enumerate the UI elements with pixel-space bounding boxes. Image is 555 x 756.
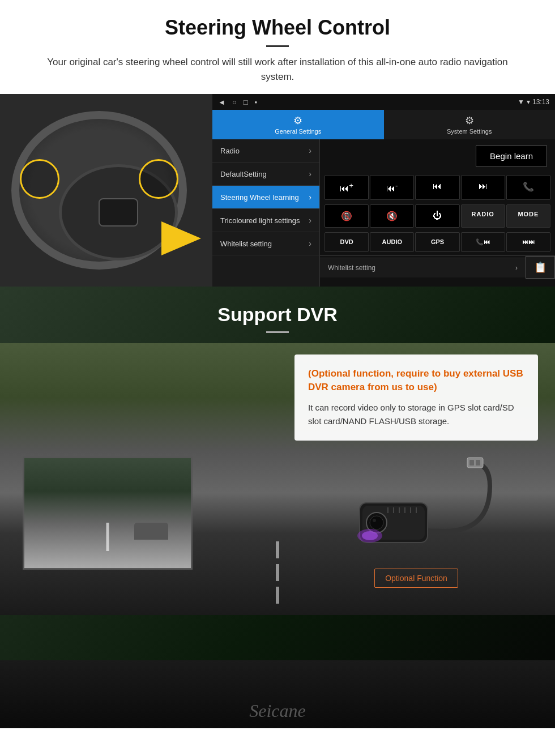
seicane-brand: Seicane (0, 701, 555, 721)
android-tabs: ⚙ General Settings ⚙ System Settings (212, 110, 555, 139)
begin-learn-row: Begin learn (320, 139, 555, 173)
whitelist-icon-btn[interactable]: 📋 (526, 256, 555, 279)
svg-point-7 (373, 519, 376, 522)
ctrl-phone-prev[interactable]: 📞⏮ (461, 232, 505, 252)
status-time: 13:13 (532, 98, 549, 106)
optional-function-button[interactable]: Optional Function (374, 569, 458, 588)
chevron-icon: › (309, 146, 311, 155)
ctrl-next-track[interactable]: ⏭ (461, 175, 505, 200)
dvr-camera-illustration (294, 452, 538, 554)
ctrl-vol-up[interactable]: ⏮+ (325, 175, 369, 200)
steering-circle-right (139, 159, 178, 199)
control-grid-row3: DVD AUDIO GPS 📞⏮ ⏭⏭ (320, 230, 555, 254)
menu-tricoloured-label: Tricoloured light settings (220, 216, 300, 225)
svg-point-9 (362, 531, 378, 540)
whitelist-label: Whitelist setting (328, 264, 375, 272)
menu-radio-label: Radio (220, 147, 240, 155)
android-content: Radio › DefaultSetting › Steering Wheel … (212, 139, 555, 287)
arrow-indicator (161, 219, 207, 253)
system-settings-icon: ⚙ (465, 114, 474, 127)
begin-learn-button[interactable]: Begin learn (476, 145, 547, 167)
ctrl-power[interactable]: ⏻ (415, 204, 459, 228)
chevron-icon: › (309, 239, 311, 248)
ctrl-mute[interactable]: 🔇 (370, 204, 414, 228)
menu-item-whitelist[interactable]: Whitelist setting › (212, 232, 319, 255)
chevron-icon: › (309, 169, 311, 178)
optional-btn-area: Optional Function (294, 559, 538, 588)
steering-description: Your original car's steering wheel contr… (34, 55, 521, 84)
car-silhouette (134, 523, 168, 540)
nav-home-icon[interactable]: ○ (232, 98, 237, 106)
arrow-shape (161, 221, 201, 255)
svg-point-6 (370, 516, 383, 529)
nav-recent-icon[interactable]: □ (244, 98, 248, 106)
nav-back-icon[interactable]: ◄ (218, 98, 225, 106)
general-settings-icon: ⚙ (293, 114, 302, 127)
dvr-footage-thumbnail (23, 456, 193, 570)
dvr-divider (266, 331, 289, 333)
svg-rect-2 (476, 460, 480, 465)
svg-rect-1 (469, 460, 474, 465)
dvr-optional-title: (Optional function, require to buy exter… (308, 367, 524, 394)
android-menu: Radio › DefaultSetting › Steering Wheel … (212, 139, 320, 287)
camera-svg (331, 452, 501, 554)
ctrl-gps[interactable]: GPS (415, 232, 459, 252)
ctrl-radio[interactable]: RADIO (461, 204, 505, 228)
steering-circle-left (20, 159, 59, 199)
ctrl-mode[interactable]: MODE (506, 204, 550, 228)
android-right-panel: Begin learn ⏮+ ⏮- ⏮ ⏭ 📞 📵 🔇 ⏻ (320, 139, 555, 287)
steering-section: Steering Wheel Control Your original car… (0, 0, 555, 287)
ctrl-dvd[interactable]: DVD (325, 232, 369, 252)
tab-system-label: System Settings (447, 128, 492, 135)
nav-menu-icon[interactable]: ▪ (255, 98, 258, 106)
menu-item-radio[interactable]: Radio › (212, 139, 319, 163)
android-statusbar: ◄ ○ □ ▪ ▼ ▾ 13:13 (212, 94, 555, 110)
section-divider (266, 45, 289, 47)
whitelist-chevron-icon: › (515, 264, 518, 272)
menu-defaultsetting-label: DefaultSetting (220, 170, 267, 178)
dvr-description-text: It can record video only to storage in G… (308, 401, 524, 428)
menu-item-defaultsetting[interactable]: DefaultSetting › (212, 163, 319, 186)
steering-mockup: ◄ ○ □ ▪ ▼ ▾ 13:13 ⚙ General Settings (0, 94, 555, 287)
whitelist-bottom-row: Whitelist setting › 📋 (320, 254, 555, 279)
dvr-title-area: Support DVR (0, 287, 555, 343)
menu-item-tricoloured[interactable]: Tricoloured light settings › (212, 209, 319, 232)
steering-title-area: Steering Wheel Control Your original car… (0, 0, 555, 94)
ctrl-next-next[interactable]: ⏭⏭ (506, 232, 550, 252)
dvr-right-area: (Optional function, require to buy exter… (294, 354, 538, 588)
menu-item-steering-wheel[interactable]: Steering Wheel learning › (212, 186, 319, 209)
steering-wheel-hub (99, 198, 138, 227)
signal-icon: ▼ (518, 98, 524, 106)
android-ui-panel: ◄ ○ □ ▪ ▼ ▾ 13:13 ⚙ General Settings (212, 94, 555, 287)
chevron-icon: › (309, 193, 311, 202)
dvr-content-area: (Optional function, require to buy exter… (0, 343, 555, 599)
tab-general-settings[interactable]: ⚙ General Settings (212, 110, 384, 139)
ctrl-prev-track[interactable]: ⏮ (415, 175, 459, 200)
control-grid-row2: 📵 🔇 ⏻ RADIO MODE (320, 202, 555, 230)
statusbar-status: ▼ ▾ 13:13 (518, 98, 549, 106)
tab-system-settings[interactable]: ⚙ System Settings (384, 110, 556, 139)
dvr-section: Support DVR (Optional function, require … (0, 287, 555, 728)
whitelist-doc-icon: 📋 (534, 261, 547, 274)
dvr-main-title: Support DVR (34, 304, 521, 326)
dvr-road-line (106, 523, 109, 551)
dvr-info-box: (Optional function, require to buy exter… (294, 354, 538, 441)
ctrl-vol-down[interactable]: ⏮- (370, 175, 414, 200)
ctrl-phone[interactable]: 📞 (506, 175, 550, 200)
steering-wheel-image (0, 94, 212, 287)
menu-steering-label: Steering Wheel learning (220, 193, 299, 202)
statusbar-nav: ◄ ○ □ ▪ (218, 98, 257, 106)
tab-general-label: General Settings (275, 128, 321, 135)
control-grid-row1: ⏮+ ⏮- ⏮ ⏭ 📞 (320, 173, 555, 202)
dvr-left-area (17, 354, 294, 570)
ctrl-audio[interactable]: AUDIO (370, 232, 414, 252)
ctrl-hang-up[interactable]: 📵 (325, 204, 369, 228)
menu-whitelist-label: Whitelist setting (220, 240, 272, 248)
wifi-icon: ▾ (527, 98, 530, 106)
chevron-icon: › (309, 216, 311, 225)
dvr-footage-bg (24, 458, 191, 568)
steering-main-title: Steering Wheel Control (34, 16, 521, 40)
whitelist-setting-item[interactable]: Whitelist setting › (320, 258, 526, 277)
